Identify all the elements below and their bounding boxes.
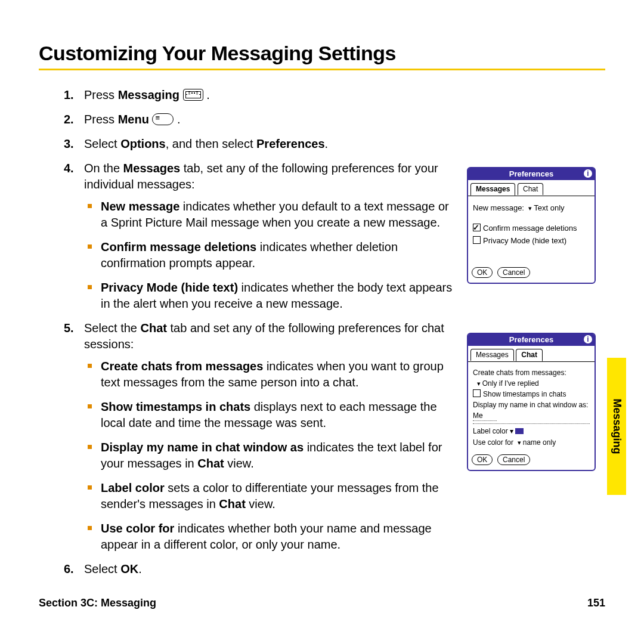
privacy-mode-label: Privacy Mode (hide text) (483, 236, 566, 245)
title-rule (39, 69, 605, 70)
step-3: 3. Select Options, and then select Prefe… (84, 136, 456, 152)
tab-messages[interactable]: Messages (470, 183, 515, 196)
cancel-button[interactable]: Cancel (497, 267, 530, 278)
page-footer: Section 3C: Messaging 151 (39, 597, 605, 609)
label-color-label: Label color (473, 427, 508, 435)
confirm-deletions-label: Confirm message deletions (483, 224, 577, 233)
page-title: Customizing Your Messaging Settings (39, 42, 605, 65)
side-tab-messaging: Messaging (607, 358, 626, 495)
footer-section: Section 3C: Messaging (39, 597, 156, 609)
color-swatch (515, 428, 524, 434)
messaging-key-icon (183, 89, 203, 101)
display-name-label: Display my name in chat window as: (473, 400, 590, 410)
new-message-dropdown[interactable]: Text only (528, 203, 564, 212)
step-2: 2. Press Menu . (84, 112, 456, 128)
privacy-mode-checkbox[interactable] (473, 236, 481, 244)
step-6: 6. Select OK. (84, 561, 456, 577)
info-icon[interactable]: i (584, 335, 592, 343)
footer-page-number: 151 (587, 597, 605, 609)
cancel-button[interactable]: Cancel (497, 454, 530, 465)
panel-titlebar: Preferences i (468, 334, 595, 346)
use-color-for-label: Use color for (473, 438, 513, 447)
panel-titlebar: Preferences i (468, 168, 595, 180)
create-chats-label: Create chats from messages: (473, 368, 590, 377)
show-timestamps-label: Show timestamps in chats (483, 390, 566, 398)
instruction-text: 1. Press Messaging . 2. Press Menu . 3. … (39, 87, 456, 586)
tab-messages[interactable]: Messages (470, 349, 514, 361)
use-color-for-dropdown[interactable]: name only (518, 438, 556, 447)
show-timestamps-checkbox[interactable] (473, 389, 481, 397)
display-name-input[interactable]: Me (473, 411, 497, 421)
tab-chat[interactable]: Chat (516, 349, 543, 361)
step-4: 4. On the Messages tab, set any of the f… (84, 160, 456, 312)
create-chats-dropdown[interactable]: Only if I've replied (477, 379, 539, 388)
info-icon[interactable]: i (584, 169, 592, 178)
preferences-messages-panel: Preferences i Messages Chat New message:… (467, 167, 596, 284)
step-5: 5. Select the Chat tab and set any of th… (84, 320, 456, 553)
new-message-label: New message: (473, 203, 524, 212)
ok-button[interactable]: OK (472, 267, 493, 278)
label-color-dropdown[interactable]: ▾ (510, 427, 524, 435)
menu-key-icon (152, 113, 174, 125)
step-1: 1. Press Messaging . (84, 87, 456, 103)
preferences-chat-panel: Preferences i Messages Chat Create chats… (467, 333, 596, 471)
ok-button[interactable]: OK (472, 454, 493, 465)
tab-chat[interactable]: Chat (518, 183, 543, 195)
confirm-deletions-checkbox[interactable] (473, 224, 481, 231)
